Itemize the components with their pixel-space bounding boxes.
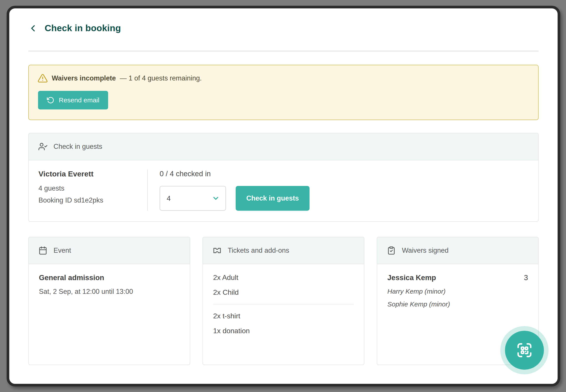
banner-title: Waivers incomplete — [52, 74, 116, 82]
waivers-card-header: Waivers signed — [377, 237, 538, 264]
qr-scan-button[interactable] — [505, 331, 544, 370]
check-in-guests-body: Victoria Everett 4 guests Booking ID sd1… — [29, 160, 538, 221]
check-in-controls: 0 / 4 checked in 4 Check in guests — [160, 169, 310, 211]
guest-quantity-select[interactable]: 4 — [160, 186, 226, 211]
clipboard-check-icon — [387, 246, 396, 255]
warning-triangle-icon — [38, 73, 48, 83]
page-title: Check in booking — [45, 23, 121, 33]
booking-id: Booking ID sd1e2pks — [39, 196, 147, 204]
tickets-card-body: 2x Adult 2x Child 2x t-shirt 1x donation — [203, 264, 364, 364]
calendar-icon — [39, 246, 47, 255]
check-in-guests-button[interactable]: Check in guests — [236, 186, 310, 211]
check-in-guests-button-label: Check in guests — [246, 194, 299, 202]
waiver-minor: Sophie Kemp (minor) — [387, 300, 528, 308]
event-card-body: General admission Sat, 2 Sep, at 12:00 u… — [29, 264, 190, 364]
waiver-count: 3 — [524, 274, 528, 282]
ticket-lines: 2x Adult 2x Child — [213, 274, 354, 296]
waiver-warning-banner: Waivers incomplete — 1 of 4 guests remai… — [28, 65, 538, 120]
check-in-guests-panel: Check in guests Victoria Everett 4 guest… — [28, 133, 538, 222]
event-name: General admission — [39, 274, 179, 282]
event-schedule: Sat, 2 Sep, at 12:00 until 13:00 — [39, 288, 179, 296]
waiver-minor: Harry Kemp (minor) — [387, 288, 528, 295]
resend-email-button[interactable]: Resend email — [38, 91, 108, 110]
app-window: Check in booking Waivers incomplete — 1 … — [7, 6, 560, 386]
ticket-icon — [213, 246, 221, 255]
booking-summary: Victoria Everett 4 guests Booking ID sd1… — [39, 169, 147, 211]
rotate-ccw-icon — [47, 96, 54, 104]
back-button[interactable] — [28, 23, 38, 33]
addon-line: 2x t-shirt — [213, 312, 354, 320]
qr-scan-icon — [516, 342, 533, 359]
event-card: Event General admission Sat, 2 Sep, at 1… — [28, 237, 190, 365]
vertical-divider — [147, 169, 148, 211]
banner-message-row: Waivers incomplete — 1 of 4 guests remai… — [38, 73, 529, 83]
header-divider — [28, 51, 538, 52]
guest-quantity-value: 4 — [167, 194, 171, 203]
check-in-guests-header: Check in guests — [29, 133, 538, 160]
ticket-line: 2x Adult — [213, 274, 354, 282]
guest-count: 4 guests — [39, 184, 147, 192]
addon-line: 1x donation — [213, 327, 354, 335]
banner-text: — 1 of 4 guests remaining. — [120, 74, 202, 82]
user-check-icon — [39, 142, 47, 151]
chevron-down-icon — [212, 194, 220, 202]
check-in-guests-header-label: Check in guests — [54, 143, 102, 151]
ticket-line: 2x Child — [213, 288, 354, 296]
event-card-header-label: Event — [54, 247, 71, 254]
tickets-card-header: Tickets and add-ons — [203, 237, 364, 264]
resend-email-label: Resend email — [59, 96, 99, 104]
page-header-row: Check in booking — [28, 23, 538, 33]
waiver-signer: Jessica Kemp — [387, 274, 436, 282]
tickets-card-header-label: Tickets and add-ons — [228, 247, 289, 254]
event-card-header: Event — [29, 237, 190, 264]
waivers-card-header-label: Waivers signed — [402, 247, 449, 254]
chevron-left-icon — [29, 24, 38, 33]
addon-lines: 2x t-shirt 1x donation — [213, 312, 354, 335]
tickets-card: Tickets and add-ons 2x Adult 2x Child 2x… — [203, 237, 364, 365]
checked-in-progress: 0 / 4 checked in — [160, 169, 310, 178]
waiver-signer-row: Jessica Kemp 3 — [387, 274, 528, 282]
guest-name: Victoria Everett — [39, 169, 147, 178]
waiver-minors: Harry Kemp (minor) Sophie Kemp (minor) — [387, 288, 528, 308]
tickets-addons-divider — [213, 304, 354, 305]
info-cards: Event General admission Sat, 2 Sep, at 1… — [28, 237, 538, 365]
